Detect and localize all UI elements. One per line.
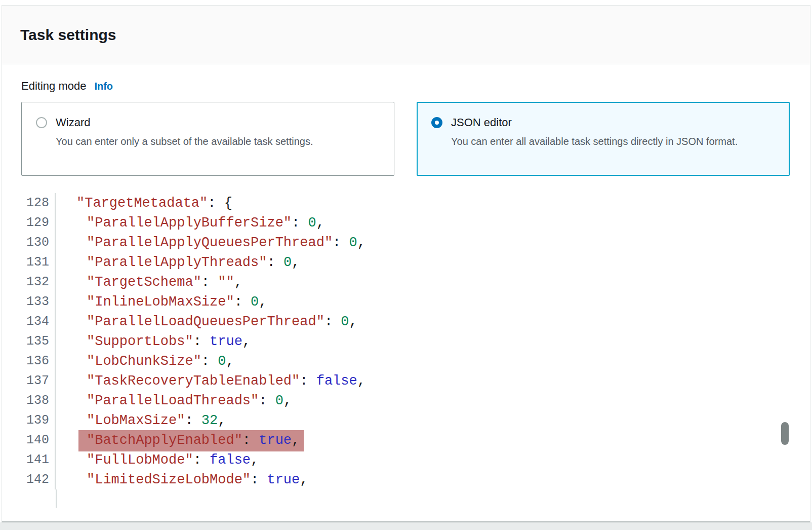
page: Task settings Editing mode Info Wizard Y… — [0, 0, 812, 530]
code-text: "SupportLobs": true, — [56, 334, 251, 349]
code-line[interactable]: 135"SupportLobs": true, — [21, 331, 790, 351]
token-key: "LobMaxSize" — [87, 413, 185, 428]
code-line[interactable]: 142"LimitedSizeLobMode": true, — [21, 470, 790, 489]
gutter-tail — [21, 489, 57, 508]
radio-tile-wizard[interactable]: Wizard You can enter only a subset of th… — [21, 102, 394, 176]
editing-mode-options: Wizard You can enter only a subset of th… — [21, 102, 790, 176]
token-punc: : — [259, 393, 275, 408]
code-line[interactable]: 138"ParallelLoadThreads": 0, — [21, 391, 790, 410]
code-line[interactable]: 134"ParallelLoadQueuesPerThread": 0, — [21, 312, 790, 331]
code-text: "TargetSchema": "", — [56, 275, 242, 290]
line-number: 138 — [21, 391, 56, 410]
json-editor-content[interactable]: 128"TargetMetadata": {129"ParallelApplyB… — [21, 193, 790, 508]
info-link[interactable]: Info — [94, 81, 113, 92]
code-text: "BatchApplyEnabled": true, — [56, 433, 304, 448]
line-number: 130 — [21, 233, 56, 252]
token-key: "BatchApplyEnabled" — [87, 433, 242, 448]
wizard-radio-button[interactable] — [36, 117, 47, 128]
code-line[interactable]: 136"LobChunkSize": 0, — [21, 351, 790, 371]
code-line[interactable]: 139"LobMaxSize": 32, — [21, 410, 790, 430]
token-num: 0 — [283, 255, 292, 270]
token-punc: : — [300, 373, 316, 389]
code-text: "LobChunkSize": 0, — [56, 354, 234, 369]
token-key: "InlineLobMaxSize" — [87, 294, 234, 310]
token-key: "ParallelApplyBufferSize" — [87, 215, 292, 231]
token-bool: false — [316, 373, 357, 389]
token-key: "ParallelApplyThreads" — [87, 255, 267, 270]
token-num: 32 — [201, 413, 218, 428]
token-punc: : — [193, 334, 210, 349]
line-number: 134 — [21, 312, 56, 331]
token-str: "" — [218, 275, 234, 290]
page-title: Task settings — [20, 26, 116, 44]
token-punc: : — [292, 215, 308, 231]
tile-text: JSON editor You can enter all available … — [451, 116, 738, 149]
code-text: "TaskRecoveryTableEnabled": false, — [56, 373, 366, 389]
token-punc: , — [316, 215, 324, 231]
token-punc: , — [234, 275, 242, 290]
line-number: 142 — [21, 470, 56, 489]
code-line[interactable]: 132"TargetSchema": "", — [21, 272, 790, 292]
line-number: 132 — [21, 272, 56, 292]
code-text: "FullLobMode": false, — [56, 452, 259, 468]
token-key: "ParallelLoadQueuesPerThread" — [87, 314, 324, 329]
line-number: 129 — [21, 213, 56, 233]
tile-text: Wizard You can enter only a subset of th… — [56, 116, 313, 149]
line-number: 137 — [21, 371, 56, 391]
token-punc: : — [185, 413, 201, 428]
token-punc: , — [357, 235, 366, 250]
editing-mode-label: Editing mode — [21, 80, 86, 93]
code-line[interactable]: 129"ParallelApplyBufferSize": 0, — [21, 213, 790, 233]
json-editor-option-label: JSON editor — [451, 116, 738, 130]
code-text: "ParallelApplyBufferSize": 0, — [56, 215, 324, 231]
search-highlight: "BatchApplyEnabled": true, — [78, 430, 304, 451]
token-num: 0 — [341, 314, 349, 329]
code-line[interactable]: 137"TaskRecoveryTableEnabled": false, — [21, 371, 790, 391]
token-punc: , — [292, 255, 300, 270]
code-text: "ParallelLoadThreads": 0, — [56, 393, 292, 408]
wizard-option-label: Wizard — [56, 116, 313, 130]
code-text: "ParallelApplyThreads": 0, — [56, 255, 300, 270]
code-line[interactable]: 130"ParallelApplyQueuesPerThread": 0, — [21, 233, 790, 252]
token-key: "TaskRecoveryTableEnabled" — [87, 373, 300, 389]
line-number: 135 — [21, 331, 56, 351]
token-punc: , — [292, 433, 300, 448]
token-punc: , — [259, 294, 267, 310]
editing-mode-row: Editing mode Info — [21, 80, 790, 93]
code-line[interactable]: 141"FullLobMode": false, — [21, 450, 790, 470]
token-punc: : — [251, 472, 267, 487]
token-key: "FullLobMode" — [87, 452, 193, 468]
json-editor-radio-button[interactable] — [431, 117, 442, 128]
token-punc: , — [357, 373, 366, 389]
code-text: "ParallelApplyQueuesPerThread": 0, — [56, 235, 366, 250]
token-punc: : — [267, 255, 283, 270]
line-number: 139 — [21, 410, 56, 430]
token-punc: : — [201, 275, 218, 290]
token-key: "TargetSchema" — [87, 275, 201, 290]
code-text: "TargetMetadata": { — [56, 196, 232, 211]
vertical-scrollbar-thumb[interactable] — [781, 422, 789, 445]
panel-header: Task settings — [2, 6, 810, 64]
code-text: "InlineLobMaxSize": 0, — [56, 294, 267, 310]
token-punc: , — [218, 413, 226, 428]
radio-tile-json-editor[interactable]: JSON editor You can enter all available … — [417, 102, 790, 176]
code-line[interactable]: 128"TargetMetadata": { — [21, 193, 790, 213]
code-text: "LimitedSizeLobMode": true, — [56, 472, 308, 487]
token-punc: : — [234, 294, 251, 310]
token-punc: , — [300, 472, 308, 487]
line-number: 136 — [21, 351, 56, 371]
token-punc: : — [242, 433, 259, 448]
line-number: 128 — [21, 193, 56, 213]
code-line[interactable]: 131"ParallelApplyThreads": 0, — [21, 252, 790, 272]
token-key: "TargetMetadata" — [76, 196, 208, 211]
wizard-option-description: You can enter only a subset of the avail… — [56, 134, 313, 149]
code-line[interactable]: 140"BatchApplyEnabled": true, — [21, 430, 790, 450]
token-bool: true — [267, 472, 300, 487]
page-bottom-divider — [0, 522, 812, 530]
line-number: 140 — [21, 430, 56, 450]
line-number: 131 — [21, 252, 56, 272]
token-key: "SupportLobs" — [87, 334, 193, 349]
token-punc: , — [251, 452, 259, 468]
token-punc: , — [226, 354, 234, 369]
code-line[interactable]: 133"InlineLobMaxSize": 0, — [21, 292, 790, 312]
